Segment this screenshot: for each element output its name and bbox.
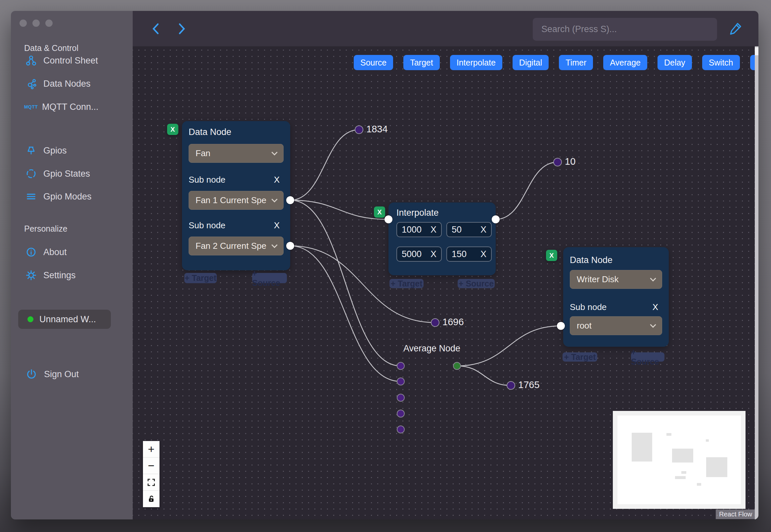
value-endpoint-dot[interactable] <box>431 318 439 327</box>
minimap[interactable] <box>613 411 746 509</box>
minimap-node <box>697 483 701 486</box>
sidebar-item-label: Control Sheet <box>43 56 98 66</box>
average-target-handle-3[interactable] <box>397 394 405 402</box>
fan-sub1-source-handle[interactable] <box>286 196 294 204</box>
dashed-circle-icon <box>25 168 37 179</box>
sidebar-item-sign-out[interactable]: Sign Out <box>25 367 79 381</box>
palette-source-button[interactable]: Source <box>354 55 393 70</box>
remove-cell-button[interactable]: X <box>431 225 436 235</box>
select-value: root <box>577 321 651 331</box>
palette-timer-button[interactable]: Timer <box>559 55 593 70</box>
minimap-node <box>681 471 686 474</box>
writer-sub-select[interactable]: root <box>570 316 662 335</box>
remove-cell-button[interactable]: X <box>431 249 436 259</box>
interpolate-source-handle[interactable] <box>492 215 500 223</box>
zoom-window-icon[interactable] <box>45 20 53 27</box>
interpolate-cell[interactable]: 150 X <box>446 246 492 262</box>
flow-canvas[interactable]: Source Target Interpolate Digital Timer … <box>133 46 758 519</box>
delete-writer-node-button[interactable]: X <box>546 250 557 261</box>
edge-average-to-value <box>457 366 511 385</box>
average-target-handle-5[interactable] <box>397 425 405 433</box>
remove-sub-node-button[interactable]: X <box>274 175 280 185</box>
writer-add-target-button[interactable]: + Target <box>563 352 597 362</box>
interpolate-add-source-button[interactable]: + Source <box>458 279 495 288</box>
interpolate-add-target-button[interactable]: + Target <box>389 279 424 288</box>
fan-data-node[interactable]: Data Node Fan Sub node X Fan 1 Current S… <box>182 121 290 270</box>
list-lines-icon <box>25 191 37 202</box>
info-icon <box>25 246 37 258</box>
writer-type-select[interactable]: Writer Disk <box>570 270 662 289</box>
remove-sub-node-button[interactable]: X <box>274 220 280 231</box>
sub-node-label: Sub node <box>189 175 225 185</box>
edge-fan2-to-average <box>290 246 401 381</box>
react-flow-attribution[interactable]: React Flow <box>716 510 755 519</box>
writer-data-node[interactable]: Data Node Writer Disk Sub node X root <box>563 247 669 347</box>
interpolate-cell[interactable]: 50 X <box>446 222 492 237</box>
sub-node-label: Sub node <box>189 220 225 231</box>
interpolate-node[interactable]: Interpolate 1000 X 50 X 5000 X <box>388 202 496 275</box>
sidebar-item-label: Sign Out <box>44 369 79 379</box>
value-endpoint-dot[interactable] <box>507 381 515 390</box>
fan-sub1-select[interactable]: Fan 1 Current Spe <box>189 191 284 210</box>
remove-cell-button[interactable]: X <box>480 225 486 235</box>
sidebar-item-about[interactable]: About <box>25 245 67 259</box>
interpolate-target-handle[interactable] <box>385 215 392 223</box>
sidebar-item-gpio-states[interactable]: Gpio States <box>25 166 90 181</box>
average-target-handle-4[interactable] <box>397 410 405 418</box>
palette-digital-button[interactable]: Digital <box>513 55 549 70</box>
sidebar-section-data-control: Data & Control <box>24 43 78 53</box>
zoom-in-button[interactable]: + <box>143 441 159 458</box>
canvas-controls: + − <box>143 441 159 507</box>
palette-target-button[interactable]: Target <box>403 55 439 70</box>
value-endpoint-dot[interactable] <box>553 158 562 166</box>
chevron-down-icon <box>271 196 277 202</box>
fan-add-source-button[interactable]: + Source <box>252 273 287 283</box>
average-source-handle[interactable] <box>453 362 461 370</box>
fan-sub2-select[interactable]: Fan 2 Current Spe <box>189 237 284 255</box>
forward-arrow-icon[interactable] <box>175 22 188 35</box>
sidebar-item-active-workspace[interactable]: Unnamed W... <box>18 310 111 329</box>
vertical-scrollbar[interactable] <box>755 46 758 519</box>
zoom-out-button[interactable]: − <box>143 458 159 474</box>
interpolate-cell[interactable]: 1000 X <box>396 222 442 237</box>
value-endpoint-dot[interactable] <box>355 125 363 134</box>
delete-fan-node-button[interactable]: X <box>167 124 178 135</box>
minimap-node <box>632 433 652 462</box>
node-title: Data Node <box>189 127 284 137</box>
sidebar-item-gpio-modes[interactable]: Gpio Modes <box>25 189 92 204</box>
top-bar <box>133 11 758 46</box>
interpolate-cell[interactable]: 5000 X <box>396 246 442 262</box>
average-target-handle-1[interactable] <box>397 362 405 370</box>
sidebar-item-mqtt-connections[interactable]: MQTT MQTT Conn... <box>25 100 99 114</box>
back-arrow-icon[interactable] <box>149 22 162 35</box>
search-input[interactable] <box>533 18 717 41</box>
remove-cell-button[interactable]: X <box>480 249 486 259</box>
writer-add-source-button[interactable]: + Source <box>631 352 664 362</box>
sidebar-item-data-nodes[interactable]: Data Nodes <box>25 76 91 91</box>
fit-view-button[interactable] <box>143 474 159 491</box>
share-network-icon <box>25 55 37 66</box>
writer-target-handle[interactable] <box>557 322 565 330</box>
window-traffic-lights[interactable] <box>20 20 53 27</box>
minimize-window-icon[interactable] <box>32 20 40 27</box>
sidebar-item-gpios[interactable]: Gpios <box>25 143 67 158</box>
fan-type-select[interactable]: Fan <box>189 144 284 163</box>
palette-interpolate-button[interactable]: Interpolate <box>450 55 502 70</box>
sidebar-item-settings[interactable]: Settings <box>25 268 76 283</box>
palette-average-button[interactable]: Average <box>603 55 647 70</box>
sidebar-item-control-sheet[interactable]: Control Sheet <box>25 53 98 68</box>
fan-add-target-button[interactable]: + Target <box>184 273 217 283</box>
gear-icon <box>25 270 37 281</box>
close-window-icon[interactable] <box>20 20 27 27</box>
edit-pencil-icon[interactable] <box>728 21 743 36</box>
minimap-node <box>706 457 727 477</box>
palette-switch-button[interactable]: Switch <box>702 55 740 70</box>
scrollbar-thumb[interactable] <box>755 47 758 55</box>
cell-value: 50 <box>452 225 480 235</box>
remove-sub-node-button[interactable]: X <box>653 302 658 312</box>
average-target-handle-2[interactable] <box>397 377 405 385</box>
palette-delay-button[interactable]: Delay <box>658 55 692 70</box>
delete-interpolate-node-button[interactable]: X <box>374 206 385 218</box>
fan-sub2-source-handle[interactable] <box>286 242 294 250</box>
lock-button[interactable] <box>143 491 159 507</box>
